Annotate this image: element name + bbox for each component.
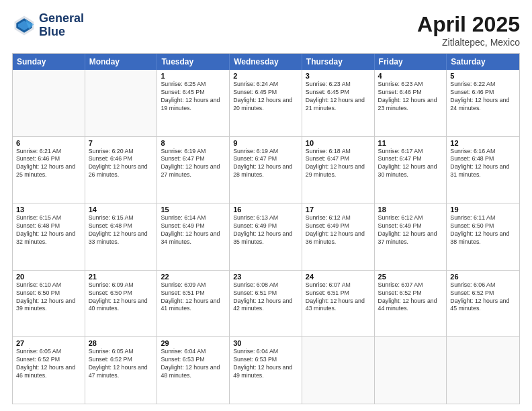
- day-cell-30: 30Sunrise: 6:04 AM Sunset: 6:53 PM Dayli…: [230, 337, 302, 404]
- title-block: April 2025 Zitlaltepec, Mexico: [417, 12, 520, 48]
- day-number: 20: [16, 273, 81, 281]
- cell-info: Sunrise: 6:14 AM Sunset: 6:49 PM Dayligh…: [161, 214, 226, 246]
- day-cell-2: 2Sunrise: 6:24 AM Sunset: 6:45 PM Daylig…: [230, 70, 302, 136]
- day-number: 14: [89, 205, 154, 214]
- cell-info: Sunrise: 6:04 AM Sunset: 6:53 PM Dayligh…: [161, 348, 226, 380]
- cell-info: Sunrise: 6:12 AM Sunset: 6:49 PM Dayligh…: [306, 214, 371, 246]
- day-number: 8: [161, 139, 226, 147]
- page: General Blue April 2025 Zitlaltepec, Mex…: [0, 0, 532, 411]
- day-cell-3: 3Sunrise: 6:23 AM Sunset: 6:45 PM Daylig…: [302, 70, 375, 136]
- day-cell-5: 5Sunrise: 6:22 AM Sunset: 6:46 PM Daylig…: [447, 70, 519, 136]
- header-day-thursday: Thursday: [302, 54, 375, 70]
- cell-info: Sunrise: 6:20 AM Sunset: 6:46 PM Dayligh…: [89, 148, 154, 180]
- day-cell-29: 29Sunrise: 6:04 AM Sunset: 6:53 PM Dayli…: [157, 337, 230, 404]
- cell-info: Sunrise: 6:09 AM Sunset: 6:51 PM Dayligh…: [161, 281, 226, 314]
- day-cell-13: 13Sunrise: 6:15 AM Sunset: 6:48 PM Dayli…: [13, 203, 85, 270]
- cell-info: Sunrise: 6:04 AM Sunset: 6:53 PM Dayligh…: [233, 348, 298, 380]
- day-number: 28: [89, 339, 154, 347]
- cell-info: Sunrise: 6:21 AM Sunset: 6:46 PM Dayligh…: [16, 148, 81, 180]
- day-number: 24: [306, 273, 371, 281]
- day-number: 4: [378, 72, 443, 80]
- day-number: 18: [378, 205, 443, 214]
- header-day-friday: Friday: [375, 54, 447, 70]
- cell-info: Sunrise: 6:15 AM Sunset: 6:48 PM Dayligh…: [89, 214, 154, 246]
- cell-info: Sunrise: 6:17 AM Sunset: 6:47 PM Dayligh…: [378, 148, 443, 180]
- day-number: 17: [306, 205, 371, 214]
- cell-info: Sunrise: 6:19 AM Sunset: 6:47 PM Dayligh…: [233, 148, 298, 180]
- day-number: 7: [89, 139, 154, 147]
- day-number: 12: [450, 139, 516, 147]
- header-day-saturday: Saturday: [447, 54, 519, 70]
- day-number: 6: [16, 139, 81, 147]
- day-number: 21: [89, 273, 154, 281]
- day-cell-27: 27Sunrise: 6:05 AM Sunset: 6:52 PM Dayli…: [13, 337, 85, 404]
- day-number: 5: [450, 72, 516, 80]
- day-cell-14: 14Sunrise: 6:15 AM Sunset: 6:48 PM Dayli…: [85, 203, 158, 270]
- logo: General Blue: [12, 12, 84, 39]
- day-cell-11: 11Sunrise: 6:17 AM Sunset: 6:47 PM Dayli…: [375, 137, 447, 203]
- cell-info: Sunrise: 6:09 AM Sunset: 6:50 PM Dayligh…: [89, 281, 154, 314]
- day-number: 27: [16, 339, 81, 347]
- day-cell-4: 4Sunrise: 6:23 AM Sunset: 6:46 PM Daylig…: [375, 70, 447, 136]
- day-cell-25: 25Sunrise: 6:07 AM Sunset: 6:52 PM Dayli…: [375, 271, 447, 337]
- cell-info: Sunrise: 6:23 AM Sunset: 6:46 PM Dayligh…: [378, 81, 443, 113]
- calendar-row-1: 6Sunrise: 6:21 AM Sunset: 6:46 PM Daylig…: [13, 136, 519, 203]
- calendar-row-2: 13Sunrise: 6:15 AM Sunset: 6:48 PM Dayli…: [13, 203, 519, 270]
- cell-info: Sunrise: 6:05 AM Sunset: 6:52 PM Dayligh…: [89, 348, 154, 380]
- day-cell-1: 1Sunrise: 6:25 AM Sunset: 6:45 PM Daylig…: [157, 70, 230, 136]
- day-cell-12: 12Sunrise: 6:16 AM Sunset: 6:48 PM Dayli…: [447, 137, 519, 203]
- cell-info: Sunrise: 6:13 AM Sunset: 6:49 PM Dayligh…: [233, 214, 298, 246]
- day-cell-6: 6Sunrise: 6:21 AM Sunset: 6:46 PM Daylig…: [13, 137, 85, 203]
- empty-cell-4-5: [375, 337, 447, 404]
- day-cell-28: 28Sunrise: 6:05 AM Sunset: 6:52 PM Dayli…: [85, 337, 158, 404]
- day-number: 29: [161, 339, 226, 347]
- day-cell-9: 9Sunrise: 6:19 AM Sunset: 6:47 PM Daylig…: [230, 137, 302, 203]
- logo-icon: [12, 13, 36, 38]
- day-cell-23: 23Sunrise: 6:08 AM Sunset: 6:51 PM Dayli…: [230, 271, 302, 337]
- day-cell-20: 20Sunrise: 6:10 AM Sunset: 6:50 PM Dayli…: [13, 271, 85, 337]
- cell-info: Sunrise: 6:07 AM Sunset: 6:51 PM Dayligh…: [306, 281, 371, 314]
- header-day-wednesday: Wednesday: [230, 54, 302, 70]
- calendar-row-3: 20Sunrise: 6:10 AM Sunset: 6:50 PM Dayli…: [13, 270, 519, 337]
- day-number: 23: [233, 273, 298, 281]
- day-number: 16: [233, 205, 298, 214]
- calendar: SundayMondayTuesdayWednesdayThursdayFrid…: [12, 53, 520, 404]
- calendar-body: 1Sunrise: 6:25 AM Sunset: 6:45 PM Daylig…: [13, 70, 519, 404]
- empty-cell-4-6: [447, 337, 519, 404]
- header-day-monday: Monday: [85, 54, 158, 70]
- cell-info: Sunrise: 6:25 AM Sunset: 6:45 PM Dayligh…: [161, 81, 226, 113]
- calendar-row-4: 27Sunrise: 6:05 AM Sunset: 6:52 PM Dayli…: [13, 336, 519, 404]
- day-cell-17: 17Sunrise: 6:12 AM Sunset: 6:49 PM Dayli…: [302, 203, 375, 270]
- day-cell-21: 21Sunrise: 6:09 AM Sunset: 6:50 PM Dayli…: [85, 271, 158, 337]
- day-cell-10: 10Sunrise: 6:18 AM Sunset: 6:47 PM Dayli…: [302, 137, 375, 203]
- day-number: 3: [306, 72, 371, 80]
- header: General Blue April 2025 Zitlaltepec, Mex…: [12, 12, 520, 48]
- cell-info: Sunrise: 6:23 AM Sunset: 6:45 PM Dayligh…: [306, 81, 371, 113]
- cell-info: Sunrise: 6:19 AM Sunset: 6:47 PM Dayligh…: [161, 148, 226, 180]
- day-number: 13: [16, 205, 81, 214]
- logo-text: General Blue: [39, 12, 84, 39]
- cell-info: Sunrise: 6:18 AM Sunset: 6:47 PM Dayligh…: [306, 148, 371, 180]
- day-number: 11: [378, 139, 443, 147]
- cell-info: Sunrise: 6:15 AM Sunset: 6:48 PM Dayligh…: [16, 214, 81, 246]
- day-cell-24: 24Sunrise: 6:07 AM Sunset: 6:51 PM Dayli…: [302, 271, 375, 337]
- cell-info: Sunrise: 6:11 AM Sunset: 6:50 PM Dayligh…: [450, 214, 516, 246]
- cell-info: Sunrise: 6:24 AM Sunset: 6:45 PM Dayligh…: [233, 81, 298, 113]
- day-cell-22: 22Sunrise: 6:09 AM Sunset: 6:51 PM Dayli…: [157, 271, 230, 337]
- day-number: 26: [450, 273, 516, 281]
- header-day-sunday: Sunday: [13, 54, 85, 70]
- day-cell-18: 18Sunrise: 6:12 AM Sunset: 6:49 PM Dayli…: [375, 203, 447, 270]
- cell-info: Sunrise: 6:16 AM Sunset: 6:48 PM Dayligh…: [450, 148, 516, 180]
- day-cell-8: 8Sunrise: 6:19 AM Sunset: 6:47 PM Daylig…: [157, 137, 230, 203]
- day-number: 25: [378, 273, 443, 281]
- day-cell-19: 19Sunrise: 6:11 AM Sunset: 6:50 PM Dayli…: [447, 203, 519, 270]
- cell-info: Sunrise: 6:12 AM Sunset: 6:49 PM Dayligh…: [378, 214, 443, 246]
- day-cell-16: 16Sunrise: 6:13 AM Sunset: 6:49 PM Dayli…: [230, 203, 302, 270]
- calendar-row-0: 1Sunrise: 6:25 AM Sunset: 6:45 PM Daylig…: [13, 70, 519, 136]
- empty-cell-4-4: [302, 337, 375, 404]
- day-number: 15: [161, 205, 226, 214]
- cell-info: Sunrise: 6:10 AM Sunset: 6:50 PM Dayligh…: [16, 281, 81, 314]
- empty-cell-0-1: [85, 70, 158, 136]
- header-day-tuesday: Tuesday: [157, 54, 230, 70]
- day-number: 19: [450, 205, 516, 214]
